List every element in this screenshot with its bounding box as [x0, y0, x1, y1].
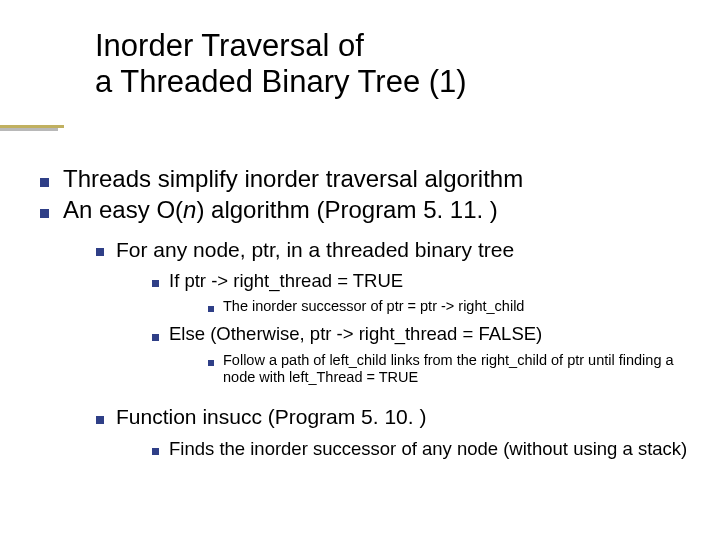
square-bullet-icon	[152, 448, 159, 455]
slide-title: Inorder Traversal of a Threaded Binary T…	[95, 28, 467, 99]
italic-n: n	[183, 196, 196, 223]
square-bullet-icon	[152, 280, 159, 287]
bullet-text: For any node, ptr, in a threaded binary …	[116, 237, 702, 262]
title-line-2: a Threaded Binary Tree (1)	[95, 64, 467, 100]
bullet-text: Function insucc (Program 5. 10. )	[116, 404, 702, 429]
bullet-level1: Threads simplify inorder traversal algor…	[40, 165, 702, 194]
square-bullet-icon	[96, 416, 104, 424]
bullet-level1: An easy O(n) algorithm (Program 5. 11. )	[40, 196, 702, 225]
bullet-text: Finds the inorder successor of any node …	[169, 438, 702, 460]
bullet-level3: Else (Otherwise, ptr -> right_thread = F…	[152, 323, 702, 345]
bullet-text: Follow a path of left_child links from t…	[223, 352, 702, 387]
square-bullet-icon	[208, 306, 214, 312]
title-line-1: Inorder Traversal of	[95, 28, 467, 64]
bullet-level3: If ptr -> right_thread = TRUE	[152, 270, 702, 292]
text-part: ) algorithm (Program 5. 11. )	[196, 196, 497, 223]
square-bullet-icon	[96, 248, 104, 256]
text-part: An easy O(	[63, 196, 183, 223]
title-accent-bar-shadow	[0, 128, 58, 131]
bullet-text: If ptr -> right_thread = TRUE	[169, 270, 702, 292]
square-bullet-icon	[208, 360, 214, 366]
bullet-text: Else (Otherwise, ptr -> right_thread = F…	[169, 323, 702, 345]
square-bullet-icon	[40, 178, 49, 187]
square-bullet-icon	[40, 209, 49, 218]
bullet-text: The inorder successor of ptr = ptr -> ri…	[223, 298, 702, 315]
bullet-text: Threads simplify inorder traversal algor…	[63, 165, 702, 194]
bullet-level4: Follow a path of left_child links from t…	[208, 352, 702, 387]
square-bullet-icon	[152, 334, 159, 341]
bullet-text: An easy O(n) algorithm (Program 5. 11. )	[63, 196, 702, 225]
bullet-level2: For any node, ptr, in a threaded binary …	[96, 237, 702, 262]
bullet-level2: Function insucc (Program 5. 10. )	[96, 404, 702, 429]
bullet-level4: The inorder successor of ptr = ptr -> ri…	[208, 298, 702, 315]
bullet-level3: Finds the inorder successor of any node …	[152, 438, 702, 460]
slide-body: Threads simplify inorder traversal algor…	[40, 165, 702, 460]
